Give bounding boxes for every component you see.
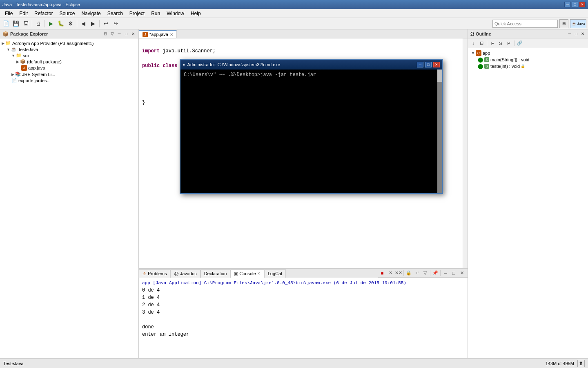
outline-item-app[interactable]: ▼ C app [468,50,588,56]
menu-edit[interactable]: Edit [16,10,31,17]
menu-navigate[interactable]: Navigate [78,10,104,17]
remove-all-button[interactable]: ✕✕ [395,269,402,277]
cmd-command: C:\Users\v" ~~ .%\Desktop>java -jar test… [184,72,316,78]
static-icon: S [484,64,489,69]
save-all-button[interactable]: 🖫 [21,19,30,28]
tab-javadoc[interactable]: @ Javadoc [170,269,200,278]
minimize-panel-button[interactable]: ─ [442,269,449,277]
tab-label: Problems [148,271,167,276]
pkg-menu-button[interactable]: ▽ [109,31,115,37]
print-button[interactable]: 🖨 [34,19,43,28]
forward-button[interactable]: ▶ [89,19,98,28]
pin-button[interactable]: 📌 [432,269,439,277]
tab-console[interactable]: ▣ Console ✕ [230,269,264,278]
tree-item-label: src [23,53,29,58]
statusbar-project: TesteJava [3,361,24,366]
hide-static-button[interactable]: S [497,40,504,47]
outline-item-label: app [483,51,490,56]
tab-logcat[interactable]: LogCat [264,269,286,278]
redo-button[interactable]: ↪ [111,19,120,28]
menu-window[interactable]: Window [163,10,187,17]
hide-nonpublic-button[interactable]: P [505,40,512,47]
quick-access-input[interactable] [492,20,558,28]
tab-appjava[interactable]: J *app.java ✕ [139,30,177,38]
word-wrap-button[interactable]: ↵ [413,269,421,277]
titlebar-title: Java - TesteJava/src/app.java - Eclipse [2,2,80,7]
stop-button[interactable]: ■ [379,269,386,277]
statusbar: TesteJava 143M of 495M 🗑 [0,358,588,368]
outline-item-label: teste(int) : void [490,64,520,69]
back-button[interactable]: ◀ [79,19,88,28]
view-menu-button[interactable]: ▽ [421,269,429,277]
main-layout: 📦 Package Explorer ⊟ ▽ ─ □ ✕ ▶ 📁 Acronym… [0,29,588,358]
hide-fields-button[interactable]: F [489,40,496,47]
run-config-button[interactable]: ⚙ [66,19,75,28]
perspective-java-button[interactable]: ☕ Java [570,19,586,28]
menu-project[interactable]: Project [126,10,148,17]
tab-close-button[interactable]: ✕ [170,32,173,37]
tree-item-testejava[interactable]: ▼ ☕ TesteJava [0,46,138,52]
maximize-panel-button[interactable]: □ [450,269,457,277]
bottom-tabs: ⚠ Problems @ Javadoc Declaration ▣ Conso… [139,269,378,278]
undo-button[interactable]: ↩ [101,19,110,28]
left-panel: 📦 Package Explorer ⊟ ▽ ─ □ ✕ ▶ 📁 Acronym… [0,29,139,358]
menu-help[interactable]: Help [187,10,204,17]
code-line: import java.util.Scanner; [142,47,459,55]
outline-item-label: main(String[]) : void [490,57,529,62]
console-line [142,316,464,323]
pkg-maximize-button[interactable]: □ [123,31,129,37]
new-button[interactable]: 📄 [2,19,11,28]
menu-run[interactable]: Run [148,10,163,17]
close-panel-button[interactable]: ✕ [458,269,466,277]
link-editor-button[interactable]: 🔗 [516,40,523,47]
tab-declaration[interactable]: Declaration [200,269,231,278]
console-line: 1 de 4 [142,294,464,301]
outline-minimize-button[interactable]: ─ [567,31,572,37]
run-button[interactable]: ▶ [47,19,56,28]
outline-maximize-button[interactable]: □ [573,31,579,37]
menu-source[interactable]: Source [56,10,78,17]
tab-label: @ Javadoc [174,271,196,276]
cmd-close-button[interactable]: ✕ [433,62,440,67]
pkg-collapse-button[interactable]: ⊟ [102,31,108,37]
console-line: enter an integer [142,331,464,338]
cmd-icon: ▪ [183,62,185,68]
cmd-scrollbar[interactable] [437,70,442,193]
tree-item-label: Acronym App Provider (P3-assignment1) [12,41,94,46]
tree-item-appjava[interactable]: J app.java [0,65,138,71]
scroll-lock-button[interactable]: 🔒 [405,269,412,277]
sort-button[interactable]: ↕ [470,40,477,47]
outline-item-teste[interactable]: ⬤ S teste(int) : void 🔒 [468,63,588,70]
minimize-button[interactable]: ─ [564,2,571,7]
cmd-maximize-button[interactable]: □ [425,62,432,67]
console-content[interactable]: app [Java Application] C:\Program Files\… [139,278,468,358]
pkg-minimize-button[interactable]: ─ [116,31,122,37]
tree-item-jre[interactable]: ▶ 📚 JRE System Li... [0,71,138,77]
debug-button[interactable]: 🐛 [56,19,65,28]
outline-item-main[interactable]: ⬤ S main(String[]) : void [468,56,588,63]
divider [440,270,441,276]
editor-vertical-scrollbar[interactable] [463,38,468,268]
tab-close-icon[interactable]: ✕ [257,272,261,276]
menu-file[interactable]: File [2,10,16,17]
menu-refactor[interactable]: Refactor [31,10,56,17]
menu-search[interactable]: Search [104,10,126,17]
save-button[interactable]: 💾 [11,19,20,28]
close-button[interactable]: ✕ [579,2,586,7]
gc-button[interactable]: 🗑 [577,360,585,367]
collapse-button[interactable]: ⊟ [478,40,485,47]
cmd-minimize-button[interactable]: ─ [417,62,423,67]
tab-problems[interactable]: ⚠ Problems [139,269,170,278]
outline-close-button[interactable]: ✕ [580,31,586,37]
tree-item-default-pkg[interactable]: ▶ 📦 (default package) [0,58,138,65]
toolbar-separator-2 [45,20,45,27]
maximize-button[interactable]: □ [572,2,578,7]
perspective-open-button[interactable]: ⊞ [559,19,568,28]
pkg-close-button[interactable]: ✕ [130,31,136,37]
cmd-body[interactable]: C:\Users\v" ~~ .%\Desktop>java -jar test… [180,70,437,193]
remove-launch-button[interactable]: ✕ [387,269,394,277]
tree-item-acronym[interactable]: ▶ 📁 Acronym App Provider (P3-assignment1… [0,40,138,46]
tree-item-src[interactable]: ▼ 📁 src [0,52,138,58]
method-icon: ⬤ [478,57,483,63]
tree-item-exporte[interactable]: 📄 exporte.jardes... [0,77,138,83]
